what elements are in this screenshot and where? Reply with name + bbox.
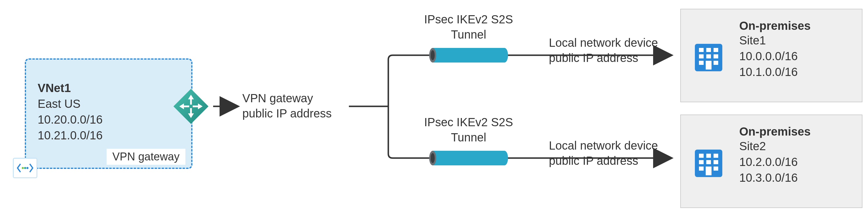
- vnet-address-space-1: 10.21.0.0/16: [38, 128, 102, 143]
- local-device-bottom-line1: Local network device: [549, 138, 658, 153]
- local-device-top-line1: Local network device: [549, 35, 658, 50]
- svg-point-15: [431, 50, 435, 60]
- svg-rect-24: [699, 54, 704, 58]
- svg-rect-36: [714, 160, 718, 164]
- svg-point-13: [501, 48, 508, 62]
- site2-name: Site2: [739, 138, 850, 154]
- tunnel-bottom-label-line2: Tunnel: [414, 130, 523, 145]
- svg-point-5: [24, 167, 26, 169]
- svg-rect-37: [699, 167, 704, 171]
- local-device-top-label: Local network device public IP address: [549, 35, 658, 65]
- building-icon: [692, 42, 725, 74]
- site2-title: On-premises: [739, 125, 850, 138]
- svg-rect-16: [433, 151, 504, 165]
- tunnel-bottom-label: IPsec IKEv2 S2S Tunnel: [414, 114, 523, 145]
- svg-rect-12: [433, 48, 504, 62]
- site2-addr-0: 10.2.0.0/16: [739, 154, 850, 170]
- svg-rect-33: [714, 154, 718, 158]
- site1-box: On-premises Site1 10.0.0.0/16 10.1.0.0/1…: [680, 9, 863, 102]
- tunnel-bottom-label-line1: IPsec IKEv2 S2S: [414, 114, 523, 130]
- svg-rect-21: [699, 48, 704, 52]
- diagram-canvas: VNet1 East US 10.20.0.0/16 10.21.0.0/16 …: [0, 0, 868, 220]
- svg-rect-31: [699, 154, 704, 158]
- vnet-box: VNet1 East US 10.20.0.0/16 10.21.0.0/16 …: [25, 58, 192, 169]
- vpn-gateway-label-line2: public IP address: [242, 106, 332, 121]
- svg-rect-23: [714, 48, 718, 52]
- tunnel-top-label: IPsec IKEv2 S2S Tunnel: [414, 12, 523, 42]
- svg-rect-27: [699, 61, 704, 65]
- svg-rect-32: [706, 154, 711, 158]
- vnet-address-space-0: 10.20.0.0/16: [38, 112, 102, 128]
- site1-addr-1: 10.1.0.0/16: [739, 64, 850, 80]
- svg-point-17: [501, 151, 508, 165]
- vnet-icon: [13, 158, 37, 178]
- tunnel-top-label-line1: IPsec IKEv2 S2S: [414, 12, 523, 27]
- vnet-text-block: VNet1 East US 10.20.0.0/16 10.21.0.0/16: [38, 80, 102, 143]
- vnet-gateway-badge-label: VPN gateway: [106, 149, 185, 165]
- local-device-top-line2: public IP address: [549, 50, 658, 65]
- tunnel-top-icon: [429, 48, 508, 62]
- tunnel-top-label-line2: Tunnel: [414, 27, 523, 42]
- svg-rect-25: [706, 54, 711, 58]
- svg-point-19: [431, 153, 435, 163]
- vnet-title: VNet1: [38, 80, 102, 96]
- svg-rect-22: [706, 48, 711, 52]
- building-icon: [692, 147, 725, 180]
- vpn-gateway-icon: [172, 88, 210, 125]
- vpn-gateway-label-line1: VPN gateway: [242, 90, 332, 106]
- svg-marker-7: [174, 89, 209, 124]
- svg-rect-26: [714, 54, 718, 58]
- vpn-gateway-label: VPN gateway public IP address: [242, 90, 332, 121]
- local-device-bottom-label: Local network device public IP address: [549, 138, 658, 168]
- svg-point-4: [22, 167, 24, 169]
- site2-addr-1: 10.3.0.0/16: [739, 170, 850, 186]
- vnet-region: East US: [38, 96, 102, 112]
- tunnel-bottom-icon: [429, 151, 508, 165]
- svg-rect-35: [706, 160, 711, 164]
- site1-name: Site1: [739, 32, 850, 48]
- svg-rect-28: [714, 61, 718, 65]
- svg-rect-38: [714, 167, 718, 171]
- svg-rect-34: [699, 160, 704, 164]
- svg-rect-29: [706, 61, 712, 70]
- svg-rect-39: [706, 167, 712, 175]
- site2-box: On-premises Site2 10.2.0.0/16 10.3.0.0/1…: [680, 114, 863, 208]
- site1-title: On-premises: [739, 19, 850, 32]
- site1-addr-0: 10.0.0.0/16: [739, 48, 850, 64]
- local-device-bottom-line2: public IP address: [549, 153, 658, 168]
- svg-point-6: [27, 167, 29, 169]
